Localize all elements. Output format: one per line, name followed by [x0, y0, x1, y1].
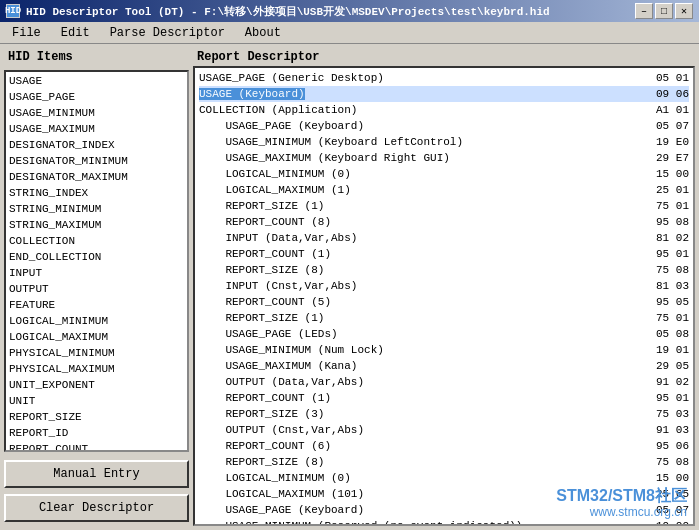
clear-descriptor-button[interactable]: Clear Descriptor — [4, 494, 189, 522]
descriptor-row-text: USAGE_PAGE (Generic Desktop) — [199, 70, 629, 86]
descriptor-row[interactable]: REPORT_SIZE (8)75 08 — [199, 454, 689, 470]
menu-file[interactable]: File — [4, 24, 49, 42]
list-item[interactable]: INPUT — [7, 265, 186, 281]
report-descriptor-header: Report Descriptor — [193, 48, 695, 66]
descriptor-row[interactable]: COLLECTION (Application)A1 01 — [199, 102, 689, 118]
descriptor-row-values: 75 08 — [629, 262, 689, 278]
descriptor-row-text: REPORT_SIZE (8) — [199, 262, 629, 278]
descriptor-row[interactable]: REPORT_COUNT (1)95 01 — [199, 246, 689, 262]
list-item[interactable]: UNIT_EXPONENT — [7, 377, 186, 393]
descriptor-row-values: 29 05 — [629, 358, 689, 374]
descriptor-row[interactable]: REPORT_SIZE (1)75 01 — [199, 310, 689, 326]
descriptor-row-text: USAGE (Keyboard) — [199, 86, 629, 102]
descriptor-row[interactable]: REPORT_SIZE (1)75 01 — [199, 198, 689, 214]
minimize-button[interactable]: – — [635, 3, 653, 19]
list-item[interactable]: PHYSICAL_MAXIMUM — [7, 361, 186, 377]
hid-items-list[interactable]: USAGEUSAGE_PAGEUSAGE_MINIMUMUSAGE_MAXIMU… — [4, 70, 189, 452]
window-controls: – □ ✕ — [635, 3, 693, 19]
descriptor-row[interactable]: INPUT (Cnst,Var,Abs)81 03 — [199, 278, 689, 294]
descriptor-row[interactable]: REPORT_SIZE (3)75 03 — [199, 406, 689, 422]
descriptor-row-values: 19 E0 — [629, 134, 689, 150]
descriptor-row-text: REPORT_COUNT (8) — [199, 214, 629, 230]
descriptor-row[interactable]: USAGE_MINIMUM (Num Lock)19 01 — [199, 342, 689, 358]
list-item[interactable]: REPORT_SIZE — [7, 409, 186, 425]
menu-edit[interactable]: Edit — [53, 24, 98, 42]
descriptor-row[interactable]: USAGE_PAGE (Keyboard)05 07 — [199, 118, 689, 134]
descriptor-row-values: 95 06 — [629, 438, 689, 454]
list-item[interactable]: USAGE_MINIMUM — [7, 105, 186, 121]
list-item[interactable]: STRING_MAXIMUM — [7, 217, 186, 233]
descriptor-row-text: USAGE_MAXIMUM (Keyboard Right GUI) — [199, 150, 629, 166]
descriptor-row-text: REPORT_COUNT (6) — [199, 438, 629, 454]
button-area: Manual Entry Clear Descriptor — [4, 456, 189, 526]
descriptor-row[interactable]: OUTPUT (Data,Var,Abs)91 02 — [199, 374, 689, 390]
descriptor-row-values: 05 08 — [629, 326, 689, 342]
list-item[interactable]: STRING_INDEX — [7, 185, 186, 201]
descriptor-row-values: 91 03 — [629, 422, 689, 438]
descriptor-row[interactable]: REPORT_COUNT (1)95 01 — [199, 390, 689, 406]
descriptor-row[interactable]: LOGICAL_MAXIMUM (1)25 01 — [199, 182, 689, 198]
descriptor-row[interactable]: OUTPUT (Cnst,Var,Abs)91 03 — [199, 422, 689, 438]
descriptor-row[interactable]: INPUT (Data,Var,Abs)81 02 — [199, 230, 689, 246]
list-item[interactable]: USAGE_PAGE — [7, 89, 186, 105]
descriptor-row-text: USAGE_MINIMUM (Num Lock) — [199, 342, 629, 358]
descriptor-row-values: 75 01 — [629, 198, 689, 214]
descriptor-row[interactable]: REPORT_COUNT (8)95 08 — [199, 214, 689, 230]
list-item[interactable]: DESIGNATOR_MINIMUM — [7, 153, 186, 169]
list-item[interactable]: USAGE — [7, 73, 186, 89]
descriptor-row-text: INPUT (Cnst,Var,Abs) — [199, 278, 629, 294]
descriptor-row-values: 95 01 — [629, 246, 689, 262]
list-item[interactable]: REPORT_COUNT — [7, 441, 186, 452]
list-item[interactable]: OUTPUT — [7, 281, 186, 297]
list-item[interactable]: COLLECTION — [7, 233, 186, 249]
descriptor-row-values: 75 03 — [629, 406, 689, 422]
list-item[interactable]: REPORT_ID — [7, 425, 186, 441]
menu-about[interactable]: About — [237, 24, 289, 42]
descriptor-row[interactable]: REPORT_COUNT (5)95 05 — [199, 294, 689, 310]
list-item[interactable]: DESIGNATOR_INDEX — [7, 137, 186, 153]
descriptor-row[interactable]: USAGE_PAGE (Generic Desktop)05 01 — [199, 70, 689, 86]
descriptor-row[interactable]: REPORT_COUNT (6)95 06 — [199, 438, 689, 454]
descriptor-row[interactable]: USAGE_PAGE (LEDs)05 08 — [199, 326, 689, 342]
list-item[interactable]: USAGE_MAXIMUM — [7, 121, 186, 137]
descriptor-row-values: 95 08 — [629, 214, 689, 230]
hid-items-header: HID Items — [4, 48, 189, 66]
descriptor-row-values: 75 01 — [629, 310, 689, 326]
descriptor-row[interactable]: USAGE_MAXIMUM (Keyboard Right GUI)29 E7 — [199, 150, 689, 166]
descriptor-row-text: LOGICAL_MAXIMUM (1) — [199, 182, 629, 198]
descriptor-list[interactable]: USAGE_PAGE (Generic Desktop)05 01USAGE (… — [193, 66, 695, 526]
descriptor-row-text: REPORT_COUNT (1) — [199, 246, 629, 262]
descriptor-row[interactable]: USAGE (Keyboard)09 06 — [199, 86, 689, 102]
manual-entry-button[interactable]: Manual Entry — [4, 460, 189, 488]
list-item[interactable]: LOGICAL_MAXIMUM — [7, 329, 186, 345]
descriptor-row-values: 75 08 — [629, 454, 689, 470]
descriptor-row[interactable]: USAGE_MINIMUM (Keyboard LeftControl)19 E… — [199, 134, 689, 150]
descriptor-row-text: REPORT_SIZE (3) — [199, 406, 629, 422]
list-item[interactable]: LOGICAL_MINIMUM — [7, 313, 186, 329]
descriptor-row[interactable]: USAGE_MAXIMUM (Kana)29 05 — [199, 358, 689, 374]
watermark: STM32/STM8社区 www.stmcu.org.cn — [550, 484, 693, 524]
descriptor-row-text: USAGE_PAGE (Keyboard) — [199, 118, 629, 134]
descriptor-row[interactable]: LOGICAL_MINIMUM (0)15 00 — [199, 166, 689, 182]
list-item[interactable]: PHYSICAL_MINIMUM — [7, 345, 186, 361]
descriptor-row-text: COLLECTION (Application) — [199, 102, 629, 118]
descriptor-row-values: 81 02 — [629, 230, 689, 246]
descriptor-row-values: A1 01 — [629, 102, 689, 118]
list-item[interactable]: UNIT — [7, 393, 186, 409]
descriptor-row-values: 81 03 — [629, 278, 689, 294]
descriptor-row-values: 09 06 — [629, 86, 689, 102]
descriptor-row-text: REPORT_SIZE (1) — [199, 198, 629, 214]
app-icon: HID — [6, 4, 20, 18]
maximize-button[interactable]: □ — [655, 3, 673, 19]
list-item[interactable]: STRING_MINIMUM — [7, 201, 186, 217]
menu-parse[interactable]: Parse Descriptor — [102, 24, 233, 42]
descriptor-row-text: LOGICAL_MINIMUM (0) — [199, 166, 629, 182]
list-item[interactable]: END_COLLECTION — [7, 249, 186, 265]
menu-bar: File Edit Parse Descriptor About — [0, 22, 699, 44]
list-item[interactable]: DESIGNATOR_MAXIMUM — [7, 169, 186, 185]
descriptor-row-text: REPORT_COUNT (1) — [199, 390, 629, 406]
close-button[interactable]: ✕ — [675, 3, 693, 19]
descriptor-row[interactable]: REPORT_SIZE (8)75 08 — [199, 262, 689, 278]
descriptor-row-values: 05 07 — [629, 118, 689, 134]
list-item[interactable]: FEATURE — [7, 297, 186, 313]
